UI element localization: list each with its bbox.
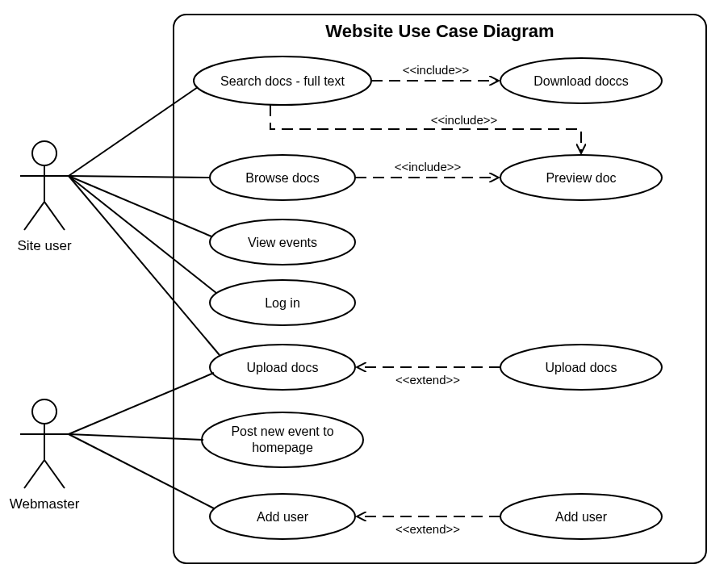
use-case-diagram: Website Use Case Diagram Site user Webma… xyxy=(0,0,728,577)
assoc-siteuser-browse xyxy=(69,176,210,178)
uc-post-event xyxy=(202,412,363,467)
uc-upload-docs-2-label: Upload docs xyxy=(546,361,617,374)
rel-browse-include-preview-label: <<include>> xyxy=(395,160,462,174)
assoc-siteuser-upload xyxy=(69,176,220,355)
svg-point-0 xyxy=(32,141,56,165)
uc-upload-docs-label: Upload docs xyxy=(247,361,319,374)
rel-search-include-preview-label: <<include>> xyxy=(431,113,498,127)
uc-post-event-label-2: homepage xyxy=(252,441,313,454)
diagram-title: Website Use Case Diagram xyxy=(325,21,554,41)
assoc-webmaster-upload xyxy=(69,373,214,434)
assoc-webmaster-adduser xyxy=(69,434,214,508)
rel-upload-extend-label: <<extend>> xyxy=(395,373,460,387)
uc-add-user-label: Add user xyxy=(257,510,309,524)
assoc-siteuser-login xyxy=(69,176,216,293)
svg-point-5 xyxy=(32,399,56,424)
svg-line-4 xyxy=(44,202,65,230)
rel-search-include-download-label: <<include>> xyxy=(403,63,470,77)
uc-add-user-2-label: Add user xyxy=(555,510,608,524)
uc-log-in-label: Log in xyxy=(265,296,300,310)
uc-download-docs-label: Download doccs xyxy=(533,74,628,88)
svg-line-8 xyxy=(24,460,44,488)
svg-line-3 xyxy=(24,202,44,230)
actor-site-user: Site user xyxy=(17,141,71,253)
uc-search-docs-label: Search docs - full text xyxy=(220,74,345,88)
actor-webmaster-label: Webmaster xyxy=(10,496,80,512)
uc-view-events-label: View events xyxy=(248,236,317,249)
actor-site-user-label: Site user xyxy=(17,238,71,253)
uc-post-event-label-1: Post new event to xyxy=(231,424,333,438)
rel-search-include-preview xyxy=(270,105,581,153)
assoc-siteuser-search xyxy=(69,87,198,176)
assoc-webmaster-postevent xyxy=(69,434,203,440)
assoc-siteuser-viewevents xyxy=(69,176,211,236)
uc-preview-doc-label: Preview doc xyxy=(546,171,616,185)
uc-browse-docs-label: Browse docs xyxy=(245,171,320,185)
rel-adduser-extend-label: <<extend>> xyxy=(395,522,460,536)
actor-webmaster: Webmaster xyxy=(10,399,80,512)
svg-line-9 xyxy=(44,460,65,488)
